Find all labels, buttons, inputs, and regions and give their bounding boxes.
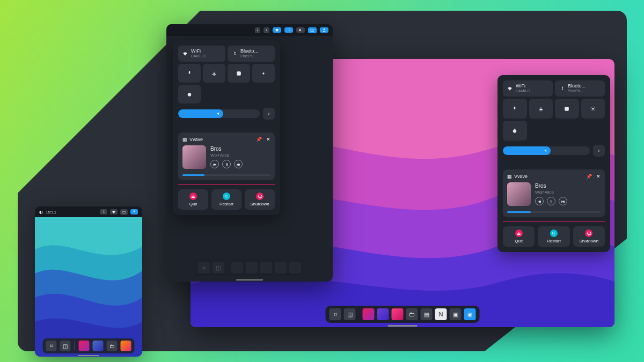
- media-progress-slider[interactable]: [182, 174, 270, 176]
- dock-terminal[interactable]: ▣: [450, 308, 462, 320]
- brightness-toggle[interactable]: [581, 99, 605, 119]
- bluetooth-toggle[interactable]: Blueto... PinePh...: [228, 46, 275, 62]
- dock-overview[interactable]: ◫: [60, 341, 71, 351]
- album-art: [507, 182, 531, 206]
- wifi-toggle[interactable]: WiFi CAMILO: [178, 46, 225, 62]
- volume-slider[interactable]: [178, 109, 260, 118]
- tablet-home-indicator[interactable]: [236, 279, 263, 280]
- dock-app-4[interactable]: ▤: [421, 308, 433, 320]
- album-art: [182, 145, 206, 169]
- volume-status-chip[interactable]: [296, 27, 305, 33]
- desktop-home-indicator[interactable]: [388, 325, 418, 327]
- dock-app[interactable]: [246, 262, 258, 274]
- dock-app-2[interactable]: [377, 308, 389, 320]
- screenshot-toggle[interactable]: [228, 64, 250, 83]
- timer-toggle[interactable]: [178, 85, 201, 104]
- status-time: 19:11: [46, 210, 56, 215]
- user-status-chip[interactable]: [320, 27, 328, 33]
- user-icon[interactable]: [130, 209, 138, 215]
- bluetooth-icon[interactable]: [100, 209, 107, 215]
- media-app-icon: ▦: [182, 137, 187, 142]
- shutdown-button[interactable]: ⏻ Shutdown: [573, 226, 605, 247]
- prev-button[interactable]: ⏮: [535, 197, 544, 205]
- wifi-toggle[interactable]: WiFi CAMILO: [503, 80, 553, 97]
- tablet-device: ‹ › ▭ WiFi CAMILO Blueto... PinePh...: [166, 24, 333, 282]
- shutdown-label: Shutdown: [250, 202, 269, 206]
- dock-app-2[interactable]: [93, 341, 104, 351]
- dock-overview[interactable]: ◫: [213, 262, 224, 274]
- shutdown-button[interactable]: ⏻ Shutdown: [245, 189, 275, 210]
- airplane-toggle[interactable]: [203, 64, 225, 83]
- wifi-ssid: CAMILO: [516, 89, 530, 93]
- quit-button[interactable]: ⏏ Quit: [503, 226, 535, 247]
- media-card: ▦ Vvave 📌 ✕ Bros Wolf Alice ⏮ ⏸ ⏭: [503, 169, 605, 217]
- arrow-left-icon[interactable]: ‹: [255, 27, 261, 33]
- dock-app[interactable]: [231, 262, 243, 274]
- arrow-right-icon[interactable]: ›: [264, 27, 269, 33]
- volume-slider[interactable]: [503, 146, 590, 155]
- dock-app[interactable]: [260, 262, 272, 274]
- dock-notes[interactable]: N: [435, 308, 447, 320]
- media-close-button[interactable]: ✕: [266, 137, 270, 142]
- bluetooth-status-chip[interactable]: [284, 27, 293, 33]
- media-pin-button[interactable]: 📌: [256, 137, 262, 142]
- dock-files[interactable]: 🗀: [107, 341, 118, 351]
- power-row: ⏏ Quit ↻ Restart ⏻ Shutdown: [178, 184, 275, 210]
- dock-overview[interactable]: ◫: [344, 308, 356, 320]
- volume-expand-button[interactable]: ›: [263, 108, 275, 120]
- display-icon[interactable]: ▭: [120, 209, 128, 215]
- svg-rect-2: [565, 107, 569, 110]
- media-app-name: Vvave: [514, 174, 528, 179]
- media-progress-slider[interactable]: [507, 211, 601, 213]
- play-pause-button[interactable]: ⏸: [222, 160, 231, 168]
- mic-toggle[interactable]: [503, 99, 527, 119]
- track-artist: Wolf Alice: [535, 190, 567, 195]
- restart-button[interactable]: ↻ Restart: [538, 226, 569, 247]
- wifi-icon[interactable]: [110, 209, 118, 215]
- phone-home-indicator[interactable]: [78, 355, 99, 356]
- phone-device: ◐ 19:11 ▭ ⌗ ◫ 🗀: [35, 206, 142, 357]
- restart-label: Restart: [547, 239, 561, 243]
- dock-app[interactable]: [289, 262, 301, 274]
- airplane-toggle[interactable]: [529, 99, 553, 119]
- dock-app-1[interactable]: [363, 308, 375, 320]
- dock-app-3[interactable]: [121, 341, 131, 351]
- display-status-chip[interactable]: ▭: [308, 27, 317, 33]
- dock-app-1[interactable]: [79, 341, 90, 351]
- quit-button[interactable]: ⏏ Quit: [178, 189, 208, 210]
- wifi-label: WiFi: [516, 84, 530, 89]
- dock-launcher[interactable]: ⌗: [330, 308, 341, 320]
- phone-wallpaper: [35, 217, 142, 357]
- play-pause-button[interactable]: ⏸: [547, 197, 555, 205]
- volume-icon: [544, 149, 548, 153]
- brightness-toggle[interactable]: [252, 64, 275, 83]
- bluetooth-icon: [232, 51, 237, 56]
- restart-button[interactable]: ↻ Restart: [211, 189, 241, 210]
- quicksettings-drawer-desktop: WiFi CAMILO Blueto... PinePh... ›: [497, 75, 610, 252]
- screenshot-toggle[interactable]: [555, 99, 579, 119]
- mic-toggle[interactable]: [178, 64, 201, 83]
- phone-statusbar: ◐ 19:11 ▭: [35, 206, 142, 217]
- next-button[interactable]: ⏭: [234, 160, 243, 168]
- dock-app-5[interactable]: ◉: [464, 308, 476, 320]
- bluetooth-toggle[interactable]: Blueto... PinePh...: [555, 80, 605, 97]
- dock-launcher[interactable]: ⌗: [198, 262, 210, 274]
- dock-app-3[interactable]: [392, 308, 404, 320]
- timer-toggle[interactable]: [503, 121, 527, 141]
- quicksettings-drawer-tablet: WiFi CAMILO Blueto... PinePh... › •: [173, 40, 280, 215]
- phone-dock: ⌗ ◫ 🗀: [43, 338, 135, 353]
- media-app-name: Vvave: [189, 137, 203, 142]
- media-pin-button[interactable]: 📌: [586, 174, 592, 179]
- dock-files[interactable]: 🗀: [406, 308, 418, 320]
- prev-button[interactable]: ⏮: [210, 160, 219, 168]
- svg-point-5: [324, 28, 325, 30]
- quit-label: Quit: [515, 239, 523, 243]
- media-close-button[interactable]: ✕: [596, 174, 601, 179]
- quit-label: Quit: [189, 202, 197, 206]
- dock-app[interactable]: [275, 262, 287, 274]
- wifi-status-chip[interactable]: [273, 27, 281, 33]
- svg-point-3: [592, 108, 594, 109]
- volume-expand-button[interactable]: ›: [593, 145, 605, 157]
- dock-launcher[interactable]: ⌗: [46, 341, 57, 351]
- next-button[interactable]: ⏭: [559, 197, 567, 205]
